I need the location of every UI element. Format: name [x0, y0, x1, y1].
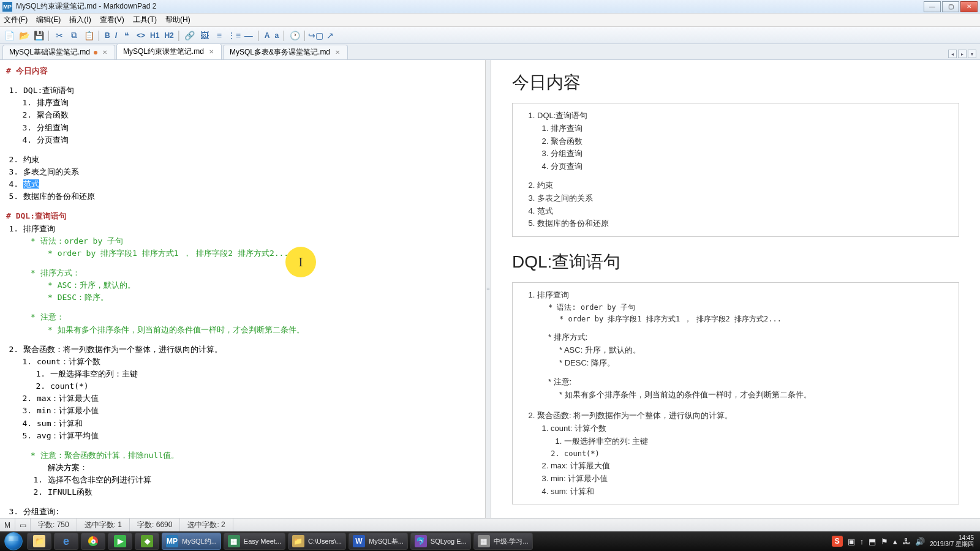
save-icon[interactable]: 💾 [32, 29, 45, 42]
tab-scroll-right-icon[interactable]: ▸ [958, 50, 967, 58]
title-bar: MP MySQL约束课堂笔记.md - MarkdownPad 2 — ▢ ✕ [0, 0, 980, 13]
tab-label: MySQL约束课堂笔记.md [123, 47, 204, 57]
status-book-icon[interactable]: ▭ [15, 519, 31, 531]
tray-volume-icon[interactable]: 🔊 [915, 537, 925, 546]
copy-icon[interactable]: ⧉ [67, 29, 81, 42]
windows-orb-icon [4, 532, 23, 550]
system-tray: S ▣ ↑ ⬒ ⚑ ▴ 🖧 🔊 14:45 2019/3/7 星期四 [832, 535, 979, 548]
maximize-button[interactable]: ▢ [942, 1, 959, 12]
italic-icon[interactable]: I [113, 29, 119, 42]
taskbar-sqlyog[interactable]: 🐬 SQLyog E... [410, 533, 471, 550]
menu-file[interactable]: 文件(F) [4, 15, 28, 25]
ol-icon[interactable]: ≡ [213, 29, 226, 42]
selected-text: 范式 [23, 179, 39, 189]
tray-network-icon[interactable]: 🖧 [902, 537, 910, 546]
taskbar-explorer[interactable]: 📁 [27, 533, 51, 550]
preview-h2: DQL:查询语句 [512, 250, 959, 274]
taskbar-ie[interactable]: e [54, 533, 78, 550]
tab-scroll-left-icon[interactable]: ◂ [948, 50, 957, 58]
cut-icon[interactable]: ✂ [53, 29, 66, 42]
heading: # 今日内容 [6, 65, 479, 77]
tab-label: MySQL多表&事务课堂笔记.md [230, 47, 330, 58]
hr-icon[interactable]: — [242, 29, 255, 42]
font-big-icon[interactable]: A [263, 29, 272, 42]
status-wordcount: 字数: 750 [31, 519, 77, 531]
dirty-indicator-icon [94, 51, 97, 54]
heading: # DQL:查询语句 [6, 210, 479, 222]
tray-icon[interactable]: ▣ [848, 537, 855, 546]
tab-close-icon[interactable]: ✕ [208, 48, 215, 56]
taskbar: 📁 e ▶ ◆ MP MySQL约... ▦ Easy Meet... 📁 C:… [0, 531, 980, 551]
close-button[interactable]: ✕ [960, 1, 978, 12]
paste-icon[interactable]: 📋 [82, 29, 96, 42]
taskbar-study[interactable]: ▦ 中级-学习... [473, 533, 533, 550]
timestamp-icon[interactable]: 🕐 [288, 29, 301, 42]
tray-clock[interactable]: 14:45 2019/3/7 星期四 [930, 535, 974, 548]
tray-flag-icon[interactable]: ⚑ [881, 537, 888, 546]
menu-tools[interactable]: 工具(T) [133, 15, 157, 25]
preview-icon[interactable]: ↪▢ [309, 29, 322, 42]
tab-strip: MySQL基础课堂笔记.md ✕ MySQL约束课堂笔记.md ✕ MySQL多… [0, 44, 980, 60]
tray-icon[interactable]: ↑ [860, 537, 864, 546]
ul-icon[interactable]: ⋮≡ [227, 29, 241, 42]
tab-menu-icon[interactable]: ▾ [968, 50, 976, 58]
menu-bar: 文件(F) 编辑(E) 插入(I) 查看(V) 工具(T) 帮助(H) [0, 13, 980, 27]
h1-icon[interactable]: H1 [148, 29, 161, 42]
tray-shield-icon[interactable]: ⬒ [869, 537, 876, 546]
menu-edit[interactable]: 编辑(E) [36, 15, 61, 25]
taskbar-markdownpad[interactable]: MP MySQL约... [162, 533, 221, 550]
status-markdown-icon[interactable]: M [0, 519, 15, 531]
link-icon[interactable]: 🔗 [183, 29, 197, 42]
image-icon[interactable]: 🖼 [198, 29, 211, 42]
cursor-highlight-icon: I [285, 247, 316, 277]
status-bar: M ▭ 字数: 750 选中字数: 1 字数: 6690 选中字数: 2 [0, 518, 980, 531]
taskbar-easymeet[interactable]: ▦ Easy Meet... [224, 533, 285, 550]
taskbar-green-app[interactable]: ◆ [135, 533, 159, 550]
code-icon[interactable]: <> [135, 29, 147, 42]
menu-help[interactable]: 帮助(H) [165, 15, 190, 25]
new-file-icon[interactable]: 📄 [2, 29, 16, 42]
taskbar-chrome[interactable] [81, 533, 105, 550]
splitter-handle[interactable]: ≡ [485, 60, 491, 518]
tab-mysql-constraint[interactable]: MySQL约束课堂笔记.md ✕ [116, 43, 222, 59]
tab-close-icon[interactable]: ✕ [334, 49, 341, 56]
preview-pane: 今日内容 DQL:查询语句 排序查询 聚合函数 分组查询 分页查询 约束 多表之… [491, 60, 980, 518]
bold-icon[interactable]: B [103, 29, 112, 42]
tray-chevron-icon[interactable]: ▴ [893, 537, 897, 546]
app-icon: MP [2, 2, 12, 12]
window-title: MySQL约束课堂笔记.md - MarkdownPad 2 [16, 1, 924, 12]
preview-h1: 今日内容 [512, 71, 959, 94]
editor-pane[interactable]: # 今日内容 DQL:查询语句 排序查询 聚合函数 分组查询 分页查询 约束 多… [0, 60, 485, 518]
status-char-count: 字数: 6690 [130, 519, 180, 531]
tab-close-icon[interactable]: ✕ [101, 49, 108, 56]
start-button[interactable] [1, 531, 26, 551]
taskbar-player[interactable]: ▶ [108, 533, 132, 550]
menu-insert[interactable]: 插入(I) [69, 15, 91, 25]
h2-icon[interactable]: H2 [162, 29, 175, 42]
status-selected-words: 选中字数: 1 [77, 519, 130, 531]
minimize-button[interactable]: — [924, 1, 941, 12]
tab-mysql-basic[interactable]: MySQL基础课堂笔记.md ✕ [2, 45, 115, 59]
tab-label: MySQL基础课堂笔记.md [9, 47, 90, 58]
font-small-icon[interactable]: a [273, 29, 281, 42]
open-file-icon[interactable]: 📂 [17, 29, 31, 42]
quote-icon[interactable]: ❝ [120, 29, 134, 42]
ime-sogou-icon[interactable]: S [832, 536, 843, 547]
toolbar: 📄 📂 💾 │ ✂ ⧉ 📋 │ B I ❝ <> H1 H2 │ 🔗 🖼 ≡ ⋮… [0, 27, 980, 44]
tab-mysql-multi[interactable]: MySQL多表&事务课堂笔记.md ✕ [223, 45, 348, 59]
main-split: # 今日内容 DQL:查询语句 排序查询 聚合函数 分组查询 分页查询 约束 多… [0, 60, 980, 518]
taskbar-folder[interactable]: 📁 C:\Users\... [288, 533, 346, 550]
taskbar-word[interactable]: W MySQL基... [349, 533, 408, 550]
status-selected-chars: 选中字数: 2 [180, 519, 233, 531]
export-icon[interactable]: ↗ [323, 29, 337, 42]
menu-view[interactable]: 查看(V) [100, 15, 124, 25]
